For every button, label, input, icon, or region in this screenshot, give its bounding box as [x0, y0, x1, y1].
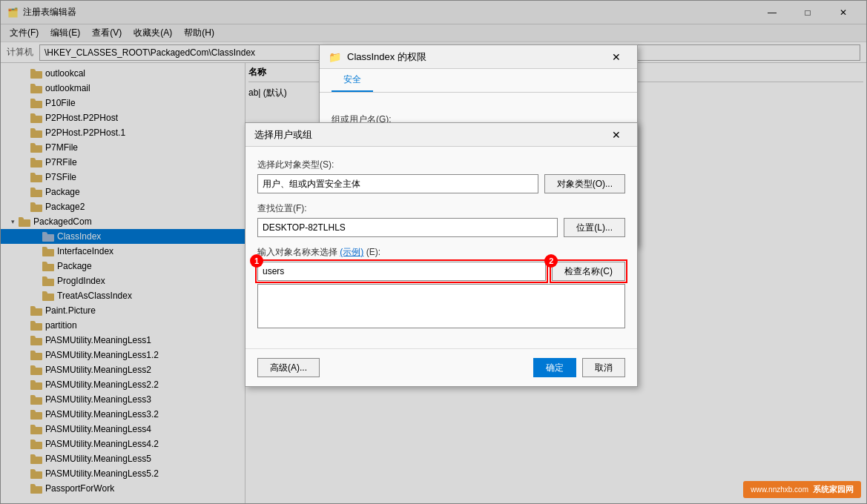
advanced-button[interactable]: 高级(A)... [257, 358, 320, 377]
object-type-section: 选择此对象类型(S): 对象类型(O)... [257, 159, 625, 193]
example-link[interactable]: (示例) [340, 247, 363, 257]
select-dialog-footer: 高级(A)... 确定 取消 [245, 348, 637, 386]
enter-name-label: 输入对象名称来选择 (示例) (E): [257, 246, 625, 259]
select-dialog-close-button[interactable]: ✕ [604, 123, 628, 147]
users-input-wrapper: 1 [257, 262, 546, 281]
select-confirm-button[interactable]: 确定 [533, 358, 576, 377]
location-input[interactable] [257, 218, 558, 237]
check-name-wrapper: 2 检查名称(C) [552, 262, 625, 281]
select-dialog-title-bar: 选择用户或组 ✕ [245, 123, 637, 147]
object-type-label: 选择此对象类型(S): [257, 159, 625, 171]
perm-dialog-title-bar: 📁 ClassIndex 的权限 ✕ [320, 45, 637, 69]
extra-name-area [257, 284, 625, 331]
perm-dialog-folder-icon: 📁 [329, 51, 341, 63]
extra-textarea[interactable] [257, 284, 625, 328]
perm-dialog-close-button[interactable]: ✕ [604, 45, 628, 69]
location-section: 查找位置(F): 位置(L)... [257, 202, 625, 237]
perm-dialog-title: ClassIndex 的权限 [347, 50, 604, 64]
select-cancel-button[interactable]: 取消 [582, 358, 625, 377]
location-button[interactable]: 位置(L)... [564, 218, 625, 237]
footer-right-buttons: 确定 取消 [533, 358, 625, 377]
enter-label-text: 输入对象名称来选择 [257, 247, 337, 257]
object-type-input[interactable] [257, 174, 538, 193]
watermark-brand: 系统家园网 [813, 484, 854, 495]
select-user-dialog: 选择用户或组 ✕ 选择此对象类型(S): 对象类型(O)... 查找位置(F):… [245, 122, 638, 387]
dialog-overlay: 📁 ClassIndex 的权限 ✕ 安全 组或用户名(G): ALL APPL… [0, 0, 867, 504]
select-dialog-content: 选择此对象类型(S): 对象类型(O)... 查找位置(F): 位置(L)...… [245, 147, 637, 348]
enter-name-row: 1 2 检查名称(C) [257, 262, 625, 281]
badge-1: 1 [250, 254, 263, 268]
enter-name-section: 输入对象名称来选择 (示例) (E): 1 2 检查名称(C) [257, 246, 625, 331]
watermark: www.nnzhxb.com 系统家园网 [743, 481, 861, 498]
check-name-button[interactable]: 检查名称(C) [552, 262, 625, 281]
enter-suffix: (E): [366, 247, 380, 257]
perm-tab-bar: 安全 [320, 69, 637, 93]
object-type-row: 对象类型(O)... [257, 174, 625, 193]
object-type-button[interactable]: 对象类型(O)... [544, 174, 625, 193]
location-row: 位置(L)... [257, 218, 625, 237]
tab-security[interactable]: 安全 [332, 69, 373, 92]
select-dialog-title: 选择用户或组 [254, 128, 604, 142]
watermark-site: www.nnzhxb.com [751, 485, 808, 494]
users-input[interactable] [257, 262, 546, 281]
location-label: 查找位置(F): [257, 202, 625, 215]
